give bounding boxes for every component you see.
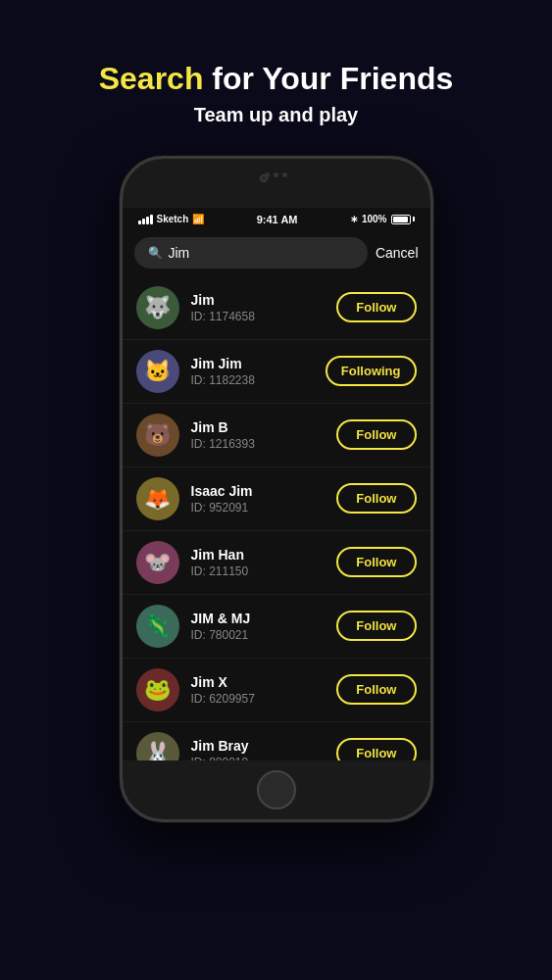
follow-button[interactable]: Follow — [336, 738, 416, 760]
user-name: JIM & MJ — [191, 611, 326, 626]
follow-button[interactable]: Follow — [336, 292, 416, 322]
user-list-item: 🐰Jim BrayID: 889018Follow — [123, 722, 430, 760]
user-list-item: 🐭Jim HanID: 211150Follow — [123, 531, 430, 595]
home-button[interactable] — [257, 770, 296, 809]
user-id: ID: 6209957 — [191, 692, 326, 706]
user-id: ID: 211150 — [191, 564, 326, 578]
user-id: ID: 1216393 — [191, 437, 326, 451]
user-list-item: 🐱Jim JimID: 1182238Following — [123, 340, 430, 404]
battery-fill — [393, 217, 409, 222]
user-info: Jim XID: 6209957 — [191, 674, 326, 706]
search-bar[interactable]: 🔍 Jim — [134, 237, 368, 269]
signal-bar-3 — [146, 217, 149, 224]
user-avatar: 🐰 — [136, 732, 179, 760]
follow-button[interactable]: Follow — [336, 419, 416, 450]
search-input-value[interactable]: Jim — [169, 245, 190, 261]
user-id: ID: 1182238 — [191, 373, 314, 387]
user-name: Jim — [191, 292, 326, 308]
user-info: Jim BID: 1216393 — [191, 419, 326, 451]
user-id: ID: 1174658 — [191, 310, 326, 323]
page-title: Search for Your Friends — [99, 59, 454, 100]
user-list-item: 🐸Jim XID: 6209957Follow — [123, 659, 430, 722]
user-avatar: 🦊 — [136, 477, 179, 520]
title-rest: for Your Friends — [203, 61, 453, 96]
follow-button[interactable]: Follow — [336, 674, 416, 705]
user-name: Jim Jim — [191, 356, 314, 371]
title-highlight: Search — [99, 61, 204, 96]
follow-button[interactable]: Follow — [336, 547, 416, 577]
following-button[interactable]: Following — [326, 356, 417, 386]
speaker-dot — [282, 172, 287, 177]
user-avatar: 🐻 — [136, 414, 179, 457]
speaker-dot — [265, 172, 270, 177]
user-avatar: 🐸 — [136, 668, 179, 711]
phone-frame: Sketch 📶 9:41 AM ∗ 100% 🔍 Jim C — [120, 156, 433, 822]
user-info: JIM & MJID: 780021 — [191, 611, 326, 642]
status-left: Sketch 📶 — [138, 214, 205, 224]
battery-body — [391, 215, 411, 224]
battery-percent: 100% — [362, 214, 387, 224]
user-id: ID: 889018 — [191, 756, 326, 760]
page-subtitle: Team up and play — [99, 104, 454, 126]
signal-bars — [138, 215, 153, 224]
signal-bar-4 — [150, 215, 153, 224]
user-list-item: 🐻Jim BID: 1216393Follow — [123, 404, 430, 467]
carrier-name: Sketch — [157, 214, 189, 224]
user-name: Jim Bray — [191, 738, 326, 754]
user-info: Jim BrayID: 889018 — [191, 738, 326, 760]
user-avatar: 🐱 — [136, 350, 179, 393]
user-list-item: 🦊Isaac JimID: 952091Follow — [123, 467, 430, 531]
user-name: Isaac Jim — [191, 483, 326, 499]
status-right: ∗ 100% — [350, 214, 415, 224]
search-icon: 🔍 — [148, 246, 163, 260]
phone-speaker-dots — [265, 172, 287, 177]
user-list-item: 🦎JIM & MJID: 780021Follow — [123, 595, 430, 659]
follow-button[interactable]: Follow — [336, 483, 416, 514]
cancel-button[interactable]: Cancel — [376, 245, 419, 261]
follow-button[interactable]: Follow — [336, 611, 416, 641]
user-info: Jim JimID: 1182238 — [191, 356, 314, 387]
user-name: Jim Han — [191, 547, 326, 563]
user-avatar: 🐭 — [136, 541, 179, 584]
bluetooth-icon: ∗ — [350, 214, 358, 224]
user-info: Isaac JimID: 952091 — [191, 483, 326, 514]
search-bar-container: 🔍 Jim Cancel — [123, 229, 430, 276]
battery-indicator — [391, 215, 415, 224]
phone-top-bezel — [123, 159, 430, 208]
speaker-dot — [274, 172, 278, 177]
signal-bar-1 — [138, 220, 141, 224]
user-list: 🐺JimID: 1174658Follow🐱Jim JimID: 1182238… — [123, 276, 430, 760]
wifi-icon: 📶 — [192, 214, 204, 224]
user-id: ID: 952091 — [191, 501, 326, 514]
user-info: Jim HanID: 211150 — [191, 547, 326, 578]
status-bar: Sketch 📶 9:41 AM ∗ 100% — [123, 208, 430, 229]
user-avatar: 🦎 — [136, 605, 179, 648]
user-avatar: 🐺 — [136, 286, 179, 329]
phone-bottom-bezel — [123, 760, 430, 819]
user-name: Jim B — [191, 419, 326, 435]
phone-screen: Sketch 📶 9:41 AM ∗ 100% 🔍 Jim C — [123, 208, 430, 760]
signal-bar-2 — [142, 219, 145, 224]
user-info: JimID: 1174658 — [191, 292, 326, 323]
page-header: Search for Your Friends Team up and play — [99, 59, 454, 126]
status-time: 9:41 AM — [257, 214, 298, 225]
battery-tip — [413, 217, 415, 221]
user-id: ID: 780021 — [191, 628, 326, 642]
user-name: Jim X — [191, 674, 326, 690]
user-list-item: 🐺JimID: 1174658Follow — [123, 276, 430, 340]
